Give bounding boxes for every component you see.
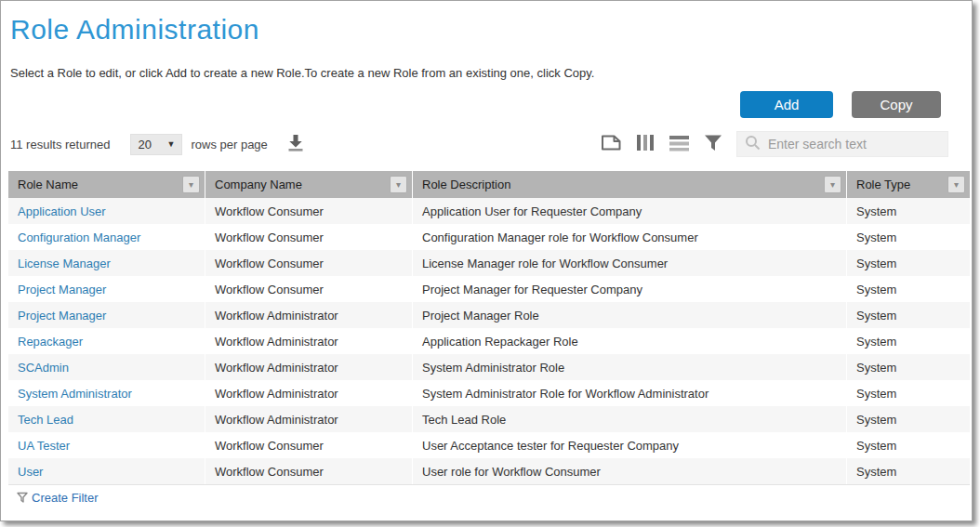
cell-role-name: SCAdmin (8, 354, 205, 380)
create-filter-icon (17, 492, 28, 504)
rows-per-page-label: rows per page (191, 138, 267, 152)
column-menu-button[interactable]: ▾ (824, 176, 841, 193)
table-row: UserWorkflow ConsumerUser role for Workf… (8, 458, 970, 484)
table-row: Project ManagerWorkflow AdministratorPro… (8, 302, 970, 328)
table-footer: Create Filter (8, 484, 970, 510)
role-name-link[interactable]: Repackager (18, 335, 83, 349)
role-name-link[interactable]: UA Tester (18, 439, 70, 453)
table-row: Application UserWorkflow ConsumerApplica… (8, 198, 970, 224)
results-count-text: 11 results returned (10, 138, 110, 152)
columns-icon (636, 134, 655, 154)
rows-icon (669, 135, 690, 154)
cell-role-description: License Manager role for Workflow Consum… (413, 250, 847, 276)
cell-role-name: System Administrator (8, 380, 205, 406)
cell-role-name: Project Manager (8, 276, 205, 302)
cell-role-type: System (847, 432, 970, 458)
column-menu-button[interactable]: ▾ (947, 176, 965, 193)
cell-role-description: Project Manager Role (413, 302, 847, 328)
cell-role-type: System (847, 406, 970, 432)
role-name-link[interactable]: Project Manager (18, 283, 106, 296)
grid-toolbar: 11 results returned 20 ▼ rows per page (10, 131, 948, 157)
cell-role-type: System (847, 198, 970, 224)
chevron-down-icon: ▾ (954, 180, 959, 190)
cell-company-name: Workflow Consumer (205, 198, 413, 224)
cell-role-name: Project Manager (8, 302, 205, 328)
cell-role-name: Configuration Manager (8, 224, 205, 250)
table-row: Project ManagerWorkflow ConsumerProject … (8, 276, 970, 302)
table-body: Application UserWorkflow ConsumerApplica… (8, 198, 970, 484)
role-name-link[interactable]: User (18, 465, 43, 479)
role-name-link[interactable]: System Administrator (18, 387, 132, 401)
cell-company-name: Workflow Consumer (205, 250, 413, 276)
role-name-link[interactable]: Configuration Manager (18, 231, 140, 244)
action-button-row: Add Copy (1, 91, 941, 118)
column-header-label: Role Description (422, 178, 510, 191)
cell-company-name: Workflow Administrator (205, 302, 413, 328)
cell-role-description: User role for Workflow Consumer (413, 458, 847, 484)
column-header-label: Company Name (215, 178, 302, 191)
chevron-down-icon: ▾ (396, 180, 401, 190)
role-administration-page: Role Administration Select a Role to edi… (0, 0, 973, 521)
table-row: RepackagerWorkflow AdministratorApplicat… (8, 328, 970, 354)
role-name-link[interactable]: Application User (18, 204, 106, 218)
search-box (736, 131, 948, 157)
rows-per-page-select[interactable]: 20 ▼ (130, 134, 182, 155)
column-header-role-type[interactable]: Role Type▾ (847, 171, 970, 198)
search-icon (745, 135, 761, 154)
cell-company-name: Workflow Consumer (205, 224, 413, 250)
role-name-link[interactable]: Project Manager (18, 309, 106, 323)
cell-company-name: Workflow Administrator (205, 380, 413, 406)
column-header-company-name[interactable]: Company Name▾ (205, 171, 413, 198)
cell-role-type: System (847, 224, 970, 250)
cell-role-description: Project Manager for Requester Company (413, 276, 847, 302)
cell-role-name: Repackager (8, 328, 205, 354)
cell-role-type: System (847, 250, 970, 276)
create-filter-link[interactable]: Create Filter (17, 491, 99, 505)
filter-row-button[interactable] (704, 134, 722, 154)
download-export-button[interactable] (285, 133, 307, 155)
cell-role-description: User Acceptance tester for Requester Com… (413, 432, 847, 458)
export-document-button[interactable] (601, 134, 622, 154)
chevron-down-icon: ▾ (830, 180, 835, 190)
column-header-role-name[interactable]: Role Name▾ (8, 171, 205, 198)
cell-role-type: System (847, 328, 970, 354)
table-row: System AdministratorWorkflow Administrat… (8, 380, 970, 406)
column-header-label: Role Name (18, 178, 78, 191)
cell-role-description: Application Repackager Role (413, 328, 847, 354)
role-name-link[interactable]: License Manager (18, 257, 111, 270)
column-chooser-button[interactable] (636, 134, 655, 154)
document-icon (601, 134, 622, 154)
cell-company-name: Workflow Consumer (205, 276, 413, 302)
cell-role-description: Tech Lead Role (413, 406, 847, 432)
table-row: SCAdminWorkflow AdministratorSystem Admi… (8, 354, 970, 380)
column-menu-button[interactable]: ▾ (182, 176, 200, 193)
column-header-label: Role Type (856, 178, 910, 191)
rows-per-page-value: 20 (138, 138, 151, 152)
cell-role-name: Tech Lead (8, 406, 205, 432)
role-name-link[interactable]: Tech Lead (18, 413, 73, 427)
cell-role-type: System (847, 302, 970, 328)
copy-button[interactable]: Copy (852, 91, 941, 118)
download-icon (285, 133, 307, 155)
cell-company-name: Workflow Administrator (205, 354, 413, 380)
row-density-button[interactable] (669, 135, 690, 154)
instructions-text: Select a Role to edit, or click Add to c… (10, 66, 972, 80)
table-header-row: Role Name▾Company Name▾Role Description▾… (8, 171, 970, 198)
cell-company-name: Workflow Consumer (205, 432, 413, 458)
cell-role-type: System (847, 276, 970, 302)
table-row: License ManagerWorkflow ConsumerLicense … (8, 250, 970, 276)
toolbar-left: 11 results returned 20 ▼ rows per page (10, 133, 307, 155)
cell-role-description: Configuration Manager role for Workflow … (413, 224, 847, 250)
cell-role-name: Application User (8, 198, 205, 224)
select-caret-icon: ▼ (167, 139, 176, 149)
column-menu-button[interactable]: ▾ (390, 176, 407, 193)
role-name-link[interactable]: SCAdmin (18, 361, 69, 375)
column-header-role-description[interactable]: Role Description▾ (413, 171, 847, 198)
search-input[interactable] (768, 137, 940, 152)
create-filter-label: Create Filter (32, 491, 99, 505)
chevron-down-icon: ▾ (189, 180, 193, 190)
cell-role-description: System Administrator Role for Workflow A… (413, 380, 847, 406)
add-button[interactable]: Add (740, 91, 833, 118)
roles-table: Role Name▾Company Name▾Role Description▾… (8, 171, 970, 484)
cell-role-name: UA Tester (8, 432, 205, 458)
